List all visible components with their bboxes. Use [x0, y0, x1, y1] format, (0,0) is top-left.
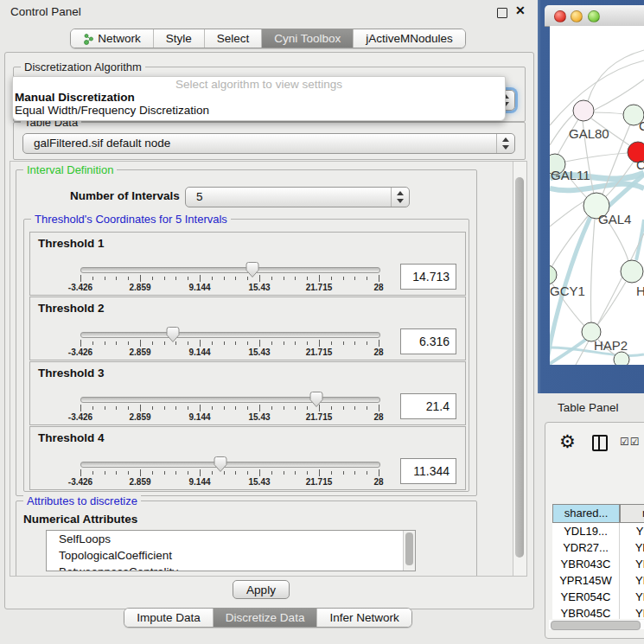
table-row[interactable]: YBR045CYBR0 [552, 605, 644, 619]
number-of-intervals-combobox[interactable]: 5 [185, 187, 410, 207]
attribute-list-item[interactable]: SelfLoops [47, 531, 415, 547]
network-edge[interactable] [593, 112, 624, 114]
table-row[interactable]: YDL19...YDL1 [552, 523, 644, 539]
threshold-slider-3[interactable]: -3.4262.8599.14415.4321.71528 [80, 362, 379, 424]
slider-thumb[interactable] [245, 261, 260, 278]
algorithm-dropdown-popup: Select algorithm to view settings Manual… [12, 76, 506, 121]
node-table-clip: shared...n...YDL19...YDL1YDR27...YDR2YBR… [549, 463, 644, 619]
close-icon[interactable]: ✕ [515, 3, 526, 17]
slider-track[interactable] [80, 462, 380, 468]
minimize-traffic-light-icon[interactable] [571, 10, 583, 22]
numerical-attributes-list[interactable]: SelfLoopsTopologicalCoefficientBetweenne… [46, 530, 416, 571]
table-cell: YDL19... [552, 523, 620, 539]
tab-infer-network[interactable]: Infer Network [316, 609, 411, 627]
zoom-traffic-light-icon[interactable] [588, 10, 600, 22]
interval-definition-group-title: Interval Definition [23, 163, 117, 176]
attribute-list-items: SelfLoopsTopologicalCoefficientBetweenne… [47, 531, 415, 571]
checkbox-filter-icons[interactable]: ☑☑ [620, 436, 641, 448]
network-edge[interactable] [588, 50, 644, 101]
dropdown-option-2[interactable]: Equal Width/Frequency Discretization [15, 104, 209, 117]
threshold-value-field[interactable]: 6.316 [400, 328, 456, 354]
threshold-value-field[interactable]: 11.344 [400, 458, 456, 484]
table-panel: ⚙ ☑☑ shared...n...YDL19...YDL1YDR27...YD… [545, 422, 644, 639]
table-cell: YBR0 [620, 605, 644, 619]
node-label: GAL80 [569, 126, 609, 141]
network-window-titlebar[interactable] [545, 5, 644, 27]
tab-jactivemnodules[interactable]: jActiveMNodules [353, 29, 465, 48]
threshold-value-field[interactable]: 21.4 [400, 393, 456, 419]
dropdown-option-1[interactable]: Manual Discretization [15, 91, 135, 104]
table-scrollbar-thumb[interactable] [551, 621, 641, 630]
threshold-slider-4[interactable]: -3.4262.8599.14415.4321.71528 [80, 427, 379, 489]
tab-label: Cyni Toolbox [274, 29, 341, 48]
network-node[interactable] [621, 260, 643, 283]
table-cell: YDR2 [620, 539, 644, 556]
slider-tick-labels: -3.4262.8599.14415.4321.71528 [80, 348, 379, 358]
attribute-list-item[interactable]: TopologicalCoefficient [47, 547, 415, 564]
close-traffic-light-icon[interactable] [554, 10, 566, 22]
list-scrollbar-thumb[interactable] [405, 532, 413, 565]
settings-scrollbar-thumb[interactable] [515, 177, 524, 558]
tab-network[interactable]: Network [71, 29, 153, 48]
slider-thumb[interactable] [214, 456, 228, 473]
table-cell: YER0 [620, 589, 644, 605]
table-data-combobox[interactable]: galFiltered.sif default node [22, 133, 515, 154]
attribute-list-item[interactable]: BetweennessCentrality [47, 564, 415, 571]
table-row[interactable]: YER054CYER0 [552, 589, 644, 605]
cyni-mode-tabs: Impute DataDiscretize DataInfer Network [0, 608, 536, 628]
slider-track[interactable] [80, 397, 380, 403]
tab-label: Network [98, 29, 141, 48]
gear-icon[interactable]: ⚙ [559, 431, 576, 452]
network-node[interactable] [550, 265, 557, 284]
slider-track[interactable] [80, 332, 380, 338]
network-edge[interactable] [597, 282, 626, 325]
threshold-value-field[interactable]: 14.713 [400, 264, 456, 290]
network-edge[interactable] [636, 220, 644, 260]
tab-impute-data[interactable]: Impute Data [124, 609, 213, 627]
network-canvas[interactable]: GAL80GACGAL11GAL4GCY1HHAP2 [550, 26, 644, 365]
threshold-panel-4: Threshold 4-3.4262.8599.14415.4321.71528… [29, 426, 466, 490]
split-columns-icon[interactable] [592, 435, 608, 451]
apply-button[interactable]: Apply [233, 580, 290, 599]
table-cell: YBR0 [620, 556, 644, 572]
node-label: GAL11 [551, 168, 590, 182]
network-node[interactable] [573, 100, 594, 121]
combo-stepper-icon [391, 188, 409, 207]
number-of-intervals-label: Number of Intervals [70, 189, 180, 202]
table-row[interactable]: YPR145WYPR1 [552, 572, 644, 589]
tab-discretize-data[interactable]: Discretize Data [213, 609, 317, 627]
threshold-slider-1[interactable]: -3.4262.8599.14415.4321.71528 [80, 233, 379, 295]
float-window-icon[interactable] [497, 8, 507, 18]
tab-cyni-toolbox[interactable]: Cyni Toolbox [261, 29, 353, 48]
network-node[interactable] [614, 352, 629, 365]
table-horizontal-scrollbar[interactable] [549, 620, 644, 629]
network-edge[interactable] [550, 201, 584, 226]
threshold-slider-2[interactable]: -3.4262.8599.14415.4321.71528 [80, 297, 379, 360]
column-header-shared[interactable]: shared... [552, 504, 620, 523]
control-panel-titlebar: Control Panel ✕ [0, 0, 536, 24]
settings-vertical-scrollbar[interactable] [513, 162, 526, 576]
slider-tick-labels: -3.4262.8599.14415.4321.71528 [80, 283, 379, 293]
node-table[interactable]: shared...n...YDL19...YDL1YDR27...YDR2YBR… [552, 504, 644, 619]
slider-thumb[interactable] [309, 391, 323, 408]
slider-thumb[interactable] [165, 326, 180, 343]
table-cell: YPR145W [552, 572, 620, 589]
table-row[interactable]: YDR27...YDR2 [552, 539, 644, 556]
application-window: Control Panel ✕ NetworkStyleSelectCyni T… [0, 0, 644, 644]
table-row[interactable]: YBR043CYBR0 [552, 556, 644, 572]
discretization-algorithm-group-title: Discretization Algorithm [21, 61, 145, 73]
network-edge[interactable] [552, 216, 588, 267]
network-window: GAL80GACGAL11GAL4GCY1HHAP2 [538, 0, 644, 393]
thresholds-group: Threshold's Coordinates for 5 Intervals … [23, 219, 469, 492]
interval-definition-group: Interval Definition Number of Intervals … [16, 169, 477, 496]
tab-style[interactable]: Style [153, 29, 204, 48]
network-edge[interactable] [591, 219, 596, 322]
column-header-n[interactable]: n... [620, 504, 644, 523]
slider-track[interactable] [80, 267, 380, 273]
network-graph: GAL80GACGAL11GAL4GCY1HHAP2 [550, 26, 644, 365]
tab-label: jActiveMNodules [366, 29, 453, 48]
tab-label: Discretize Data [226, 609, 305, 627]
tab-select[interactable]: Select [204, 29, 262, 48]
list-scrollbar[interactable] [403, 531, 415, 571]
slider-tick-labels: -3.4262.8599.14415.4321.71528 [80, 412, 379, 423]
